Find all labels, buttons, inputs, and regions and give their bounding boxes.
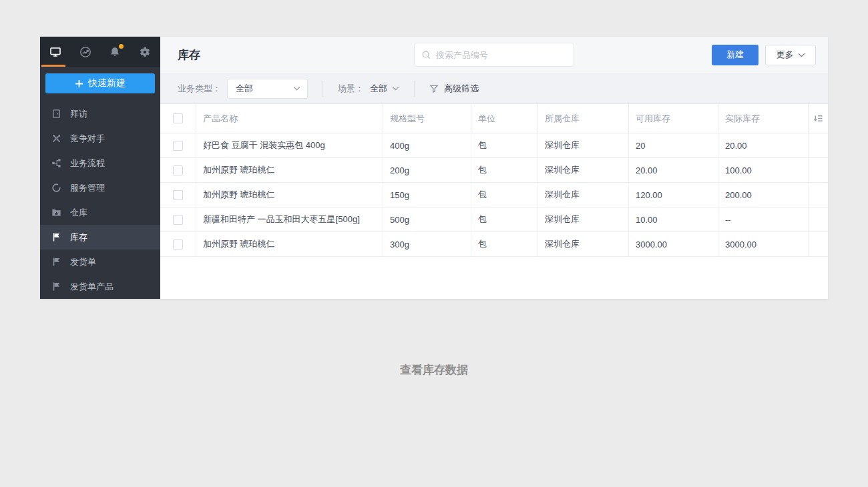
cell-product-name: 好巴食 豆腐干 混装实惠包 400g [196, 133, 383, 158]
sidebar-item-label: 库存 [70, 231, 87, 244]
sidebar-item-label: 竞争对手 [70, 133, 105, 145]
row-checkbox[interactable] [173, 165, 183, 175]
row-checkbox[interactable] [173, 215, 183, 225]
quick-create-button[interactable]: 快速新建 [45, 73, 155, 93]
column-settings-icon[interactable] [808, 104, 828, 133]
cell-warehouse: 深圳仓库 [537, 207, 628, 232]
cell-product-name: 加州原野 琥珀桃仁 [196, 158, 383, 183]
sidebar: 快速新建 拜访 竞争对手 [40, 37, 160, 299]
page-title: 库存 [178, 47, 200, 63]
cell-warehouse: 深圳仓库 [537, 183, 628, 207]
cell-unit: 包 [471, 133, 537, 158]
loop-icon [51, 183, 61, 193]
cell-actual-stock: 20.00 [718, 133, 808, 158]
row-checkbox[interactable] [173, 141, 183, 151]
sidebar-item-inventory[interactable]: 库存 [40, 225, 160, 250]
table-row[interactable]: 好巴食 豆腐干 混装实惠包 400g 400g 包 深圳仓库 20 20.00 [160, 133, 828, 158]
advanced-filter-label: 高级筛选 [444, 83, 479, 95]
search-box [414, 43, 574, 67]
bell-icon[interactable] [107, 45, 122, 59]
business-type-label: 业务类型： [178, 83, 221, 95]
chevron-down-icon [392, 86, 399, 91]
scene-label: 场景： [338, 83, 364, 95]
sidebar-item-shipping-order-products[interactable]: 发货单产品 [40, 274, 160, 299]
cell-actual-stock: -- [718, 207, 808, 232]
cell-spec: 300g [383, 232, 471, 257]
plus-icon [75, 79, 83, 88]
cell-unit: 包 [471, 207, 537, 232]
table-header-row: 产品名称 规格型号 单位 所属仓库 可用库存 实际库存 [160, 104, 828, 133]
column-header-spec: 规格型号 [383, 104, 471, 133]
flag-icon [51, 232, 61, 243]
table-row[interactable]: 加州原野 琥珀桃仁 300g 包 深圳仓库 3000.00 3000.00 [160, 232, 828, 257]
table-row[interactable]: 加州原野 琥珀桃仁 200g 包 深圳仓库 20.00 100.00 [160, 158, 828, 183]
sidebar-item-label: 服务管理 [70, 182, 105, 194]
funnel-icon [429, 84, 439, 93]
sidebar-item-label: 业务流程 [70, 157, 105, 169]
cell-warehouse: 深圳仓库 [537, 158, 628, 183]
sidebar-item-label: 发货单 [70, 256, 96, 268]
select-all-checkbox[interactable] [173, 113, 183, 123]
sidebar-item-service[interactable]: 服务管理 [40, 175, 160, 200]
sidebar-item-shipping-order[interactable]: 发货单 [40, 250, 160, 274]
sidebar-item-label: 拜访 [70, 108, 87, 120]
active-tab-underline [41, 65, 65, 67]
chevron-down-icon [798, 53, 805, 57]
folder-star-icon [51, 207, 61, 218]
column-header-available-stock: 可用库存 [628, 104, 718, 133]
sidebar-item-competitors[interactable]: 竞争对手 [40, 126, 160, 151]
column-header-actual-stock: 实际库存 [718, 104, 808, 133]
trend-icon[interactable] [78, 45, 93, 59]
column-header-product-name: 产品名称 [196, 104, 383, 133]
row-checkbox[interactable] [173, 190, 183, 200]
cell-warehouse: 深圳仓库 [537, 232, 628, 257]
advanced-filter-button[interactable]: 高级筛选 [429, 83, 479, 95]
crossed-tools-icon [51, 133, 61, 144]
sidebar-item-label: 发货单产品 [70, 281, 114, 293]
business-type-select[interactable]: 全部 [227, 79, 308, 99]
row-checkbox[interactable] [173, 239, 183, 250]
cell-spec: 150g [383, 183, 471, 207]
new-button[interactable]: 新建 [712, 45, 758, 65]
sidebar-item-warehouse[interactable]: 仓库 [40, 200, 160, 225]
scene-value: 全部 [370, 83, 387, 95]
cell-actual-stock: 200.00 [718, 183, 808, 207]
more-button-label: 更多 [777, 49, 794, 61]
door-icon [51, 109, 61, 119]
content-header: 库存 新建 更多 [160, 37, 828, 73]
cell-spec: 200g [383, 158, 471, 183]
flag-icon [51, 257, 61, 268]
filter-bar: 业务类型： 全部 场景： 全部 高级筛选 [160, 73, 828, 103]
cell-product-name: 加州原野 琥珀桃仁 [196, 183, 383, 207]
flag-icon [51, 282, 61, 292]
cell-product-name: 加州原野 琥珀桃仁 [196, 232, 383, 257]
divider [322, 81, 323, 97]
cell-unit: 包 [471, 158, 537, 183]
cell-available-stock: 20.00 [628, 158, 718, 183]
notification-dot [119, 44, 124, 49]
scene-select[interactable]: 全部 [370, 83, 399, 95]
gear-icon[interactable] [138, 45, 152, 59]
cell-unit: 包 [471, 183, 537, 207]
chevron-down-icon [293, 86, 300, 91]
quick-create-label: 快速新建 [88, 77, 126, 89]
more-button[interactable]: 更多 [765, 45, 816, 65]
monitor-icon[interactable] [48, 45, 63, 59]
column-header-warehouse: 所属仓库 [537, 104, 628, 133]
sidebar-item-process[interactable]: 业务流程 [40, 151, 160, 175]
table-row[interactable]: 新疆和田特产 一品玉和田大枣五星[500g] 500g 包 深圳仓库 10.00… [160, 207, 828, 232]
cell-actual-stock: 100.00 [718, 158, 808, 183]
main-content: 库存 新建 更多 业务类型： 全部 场景： [160, 37, 828, 299]
cell-spec: 400g [383, 133, 471, 158]
sidebar-menu: 拜访 竞争对手 业务流程 [40, 101, 160, 299]
sidebar-item-visit[interactable]: 拜访 [40, 101, 160, 126]
cell-available-stock: 3000.00 [628, 232, 718, 257]
inventory-table: 产品名称 规格型号 单位 所属仓库 可用库存 实际库存 好巴食 豆腐干 混装实惠… [160, 103, 828, 257]
table-empty-area [160, 257, 828, 299]
cell-spec: 500g [383, 207, 471, 232]
search-input[interactable] [436, 50, 567, 60]
divider [414, 81, 415, 97]
table-row[interactable]: 加州原野 琥珀桃仁 150g 包 深圳仓库 120.00 200.00 [160, 183, 828, 207]
cell-available-stock: 120.00 [628, 183, 718, 207]
caption: 查看库存数据 [0, 362, 868, 378]
